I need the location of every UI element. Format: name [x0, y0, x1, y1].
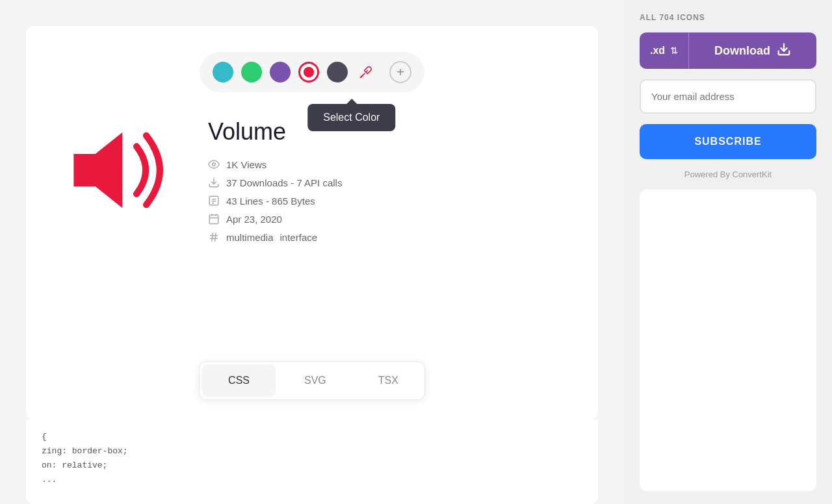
bottom-tabs-area: CSS SVG TSX	[199, 348, 425, 400]
tab-tsx[interactable]: TSX	[352, 362, 424, 399]
select-color-tooltip: Select Color	[307, 104, 395, 131]
main-area: + Select Color Volum	[0, 0, 624, 504]
color-picker-row: +	[200, 52, 424, 92]
color-swatch-green[interactable]	[241, 62, 262, 82]
powered-by-text: Powered By ConvertKit	[640, 170, 816, 179]
icon-info: Volume 1K Views	[208, 112, 342, 243]
downloads-text: 37 Downloads - 7 API calls	[226, 177, 342, 188]
hashtag-icon	[208, 231, 220, 243]
format-label: .xd	[650, 45, 665, 57]
format-section: .xd ⇅	[640, 32, 689, 69]
volume-icon	[52, 112, 182, 229]
icon-meta: 1K Views 37 Downloads - 7 API calls	[208, 158, 342, 243]
download-button[interactable]: Download	[689, 32, 816, 69]
views-text: 1K Views	[226, 159, 266, 170]
calendar-icon	[208, 213, 220, 225]
eyedropper-button[interactable]	[356, 62, 376, 82]
file-icon	[208, 195, 220, 207]
right-sidebar: ALL 704 ICONS .xd ⇅ Download SUB	[624, 0, 832, 504]
email-input[interactable]	[640, 79, 816, 114]
downloads-row: 37 Downloads - 7 API calls	[208, 177, 342, 188]
download-icon	[208, 177, 220, 188]
svg-rect-6	[209, 215, 218, 224]
eye-icon	[208, 158, 220, 170]
add-color-button[interactable]: +	[389, 61, 411, 83]
code-line-4: ...	[42, 473, 582, 487]
tabs-container: CSS SVG TSX	[199, 361, 425, 400]
tag-multimedia[interactable]: multimedia	[226, 232, 274, 243]
icon-card: + Select Color Volum	[26, 26, 598, 420]
tab-css[interactable]: CSS	[202, 364, 276, 397]
code-line-1: {	[42, 430, 582, 444]
views-row: 1K Views	[208, 158, 342, 170]
tooltip-wrapper: Select Color	[307, 104, 395, 131]
format-chevron-icon[interactable]: ⇅	[670, 45, 678, 56]
tab-svg[interactable]: SVG	[278, 362, 352, 399]
color-swatch-dark[interactable]	[327, 62, 348, 82]
code-snippet: { zing: border-box; on: relative; ...	[26, 420, 598, 504]
lines-text: 43 Lines - 865 Bytes	[226, 195, 315, 207]
color-swatch-purple[interactable]	[270, 62, 291, 82]
download-row: .xd ⇅ Download	[640, 32, 816, 69]
empty-content-box	[640, 190, 816, 491]
download-label: Download	[714, 44, 770, 58]
svg-point-0	[213, 163, 216, 166]
all-icons-label: ALL 704 ICONS	[640, 13, 816, 22]
subscribe-button[interactable]: SUBSCRIBE	[640, 124, 816, 159]
date-row: Apr 23, 2020	[208, 213, 342, 225]
color-swatch-teal[interactable]	[213, 62, 233, 82]
download-arrow-icon	[777, 42, 791, 60]
svg-line-13	[215, 233, 216, 242]
lines-row: 43 Lines - 865 Bytes	[208, 195, 342, 207]
color-swatch-red[interactable]	[298, 62, 319, 82]
icon-display: Volume 1K Views	[52, 112, 572, 243]
code-line-2: zing: border-box;	[42, 444, 582, 459]
tags-row: multimedia interface	[208, 231, 342, 243]
code-line-3: on: relative;	[42, 459, 582, 473]
date-text: Apr 23, 2020	[226, 214, 282, 225]
svg-line-12	[212, 233, 213, 242]
tag-interface[interactable]: interface	[280, 232, 318, 243]
